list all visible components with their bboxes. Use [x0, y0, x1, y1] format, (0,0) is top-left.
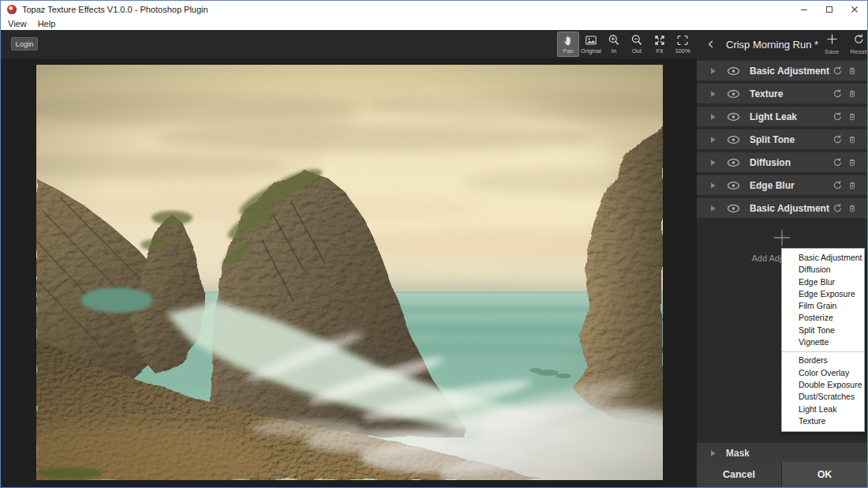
visibility-eye-icon[interactable] — [727, 135, 740, 145]
original-view-label: Original — [581, 47, 601, 54]
ok-button[interactable]: OK — [782, 462, 867, 487]
row-trash-icon[interactable] — [847, 203, 857, 213]
zoom-in-icon — [608, 34, 620, 47]
row-reset-icon[interactable] — [832, 88, 843, 99]
menu-item-double-exposure[interactable]: Double Exposure — [782, 379, 864, 391]
menu-view[interactable]: View — [2, 18, 32, 30]
row-trash-icon[interactable] — [847, 134, 857, 145]
effects-panel: Crisp Morning Run * Save Reset — [697, 30, 867, 487]
window-title: Topaz Texture Effects V1.0.0 - Photoshop… — [22, 5, 208, 14]
main-area: Login Pan Original — [1, 30, 867, 487]
expand-triangle-icon[interactable] — [709, 67, 716, 75]
save-button[interactable]: Save — [818, 33, 845, 55]
menu-item-basic-adjustment[interactable]: Basic Adjustment — [782, 252, 864, 264]
reset-button[interactable]: Reset — [845, 33, 868, 55]
menu-item-film-grain[interactable]: Film Grain — [782, 300, 864, 312]
row-reset-icon[interactable] — [832, 180, 843, 190]
mask-row[interactable]: Mask — [697, 443, 867, 463]
visibility-eye-icon[interactable] — [727, 89, 740, 99]
adjustment-row[interactable]: Edge Blur — [697, 175, 867, 195]
menu-item-split-tone[interactable]: Split Tone — [782, 325, 864, 336]
zoom-out-button[interactable]: Out — [626, 32, 648, 57]
preset-title: Crisp Morning Run * — [726, 39, 818, 51]
panel-header: Crisp Morning Run * Save Reset — [697, 30, 867, 58]
menu-item-diffusion[interactable]: Diffusion — [782, 264, 864, 276]
adjustment-row[interactable]: Light Leak — [697, 107, 867, 126]
row-reset-icon[interactable] — [832, 111, 843, 122]
menu-item-color-overlay[interactable]: Color Overlay — [782, 367, 864, 379]
pan-tool-label: Pan — [563, 47, 573, 54]
zoom-out-label: Out — [632, 47, 642, 54]
minimize-button[interactable] — [791, 1, 817, 18]
adjustment-row[interactable]: Diffusion — [697, 152, 867, 172]
pan-tool-button[interactable]: Pan — [557, 32, 579, 57]
zoom-out-icon — [630, 34, 643, 47]
row-trash-icon[interactable] — [847, 180, 857, 190]
row-trash-icon[interactable] — [847, 66, 857, 76]
row-trash-icon[interactable] — [847, 88, 857, 99]
row-trash-icon[interactable] — [847, 157, 857, 167]
menu-item-vignette[interactable]: Vignette — [782, 336, 864, 348]
menu-item-dust-scratches[interactable]: Dust/Scratches — [782, 391, 864, 403]
expand-triangle-icon[interactable] — [709, 113, 716, 121]
expand-triangle-icon[interactable] — [709, 182, 716, 190]
zoom-100-icon — [676, 34, 689, 47]
visibility-eye-icon[interactable] — [727, 112, 740, 122]
row-reset-icon[interactable] — [832, 66, 843, 76]
adjustment-row[interactable]: Texture — [697, 84, 867, 103]
visibility-eye-icon[interactable] — [727, 66, 740, 76]
menu-item-light-leak[interactable]: Light Leak — [782, 404, 864, 415]
visibility-eye-icon[interactable] — [727, 204, 740, 213]
expand-triangle-icon[interactable] — [709, 136, 716, 144]
preview-canvas — [1, 58, 698, 487]
zoom-100-button[interactable]: 100% — [672, 32, 694, 57]
row-reset-icon[interactable] — [832, 203, 843, 213]
pan-hand-icon — [563, 34, 574, 47]
adjustment-row[interactable]: Split Tone — [697, 130, 867, 149]
row-reset-icon[interactable] — [832, 134, 843, 145]
close-button[interactable] — [842, 1, 867, 18]
row-reset-icon[interactable] — [832, 157, 843, 167]
login-button[interactable]: Login — [11, 37, 38, 51]
adjustment-label: Texture — [750, 88, 832, 99]
original-image-icon — [585, 34, 597, 47]
save-plus-icon — [826, 33, 838, 48]
original-view-button[interactable]: Original — [580, 32, 602, 57]
dialog-actions: Cancel OK — [697, 462, 867, 487]
titlebar: Topaz Texture Effects V1.0.0 - Photoshop… — [1, 1, 867, 18]
menu-item-texture[interactable]: Texture — [782, 415, 864, 427]
adjustment-row[interactable]: Basic Adjustment — [697, 61, 867, 81]
add-adjustment-menu: Basic Adjustment Diffusion Edge Blur Edg… — [781, 248, 865, 432]
expand-triangle-icon[interactable] — [709, 90, 716, 98]
menu-item-edge-blur[interactable]: Edge Blur — [782, 276, 864, 288]
visibility-eye-icon[interactable] — [727, 181, 740, 190]
save-label: Save — [825, 48, 839, 55]
adjustment-label: Diffusion — [750, 157, 832, 168]
mask-label: Mask — [726, 448, 750, 459]
fit-view-label: Fit — [657, 47, 663, 54]
reset-icon — [853, 33, 865, 48]
menu-help[interactable]: Help — [32, 18, 62, 30]
adjustment-row[interactable]: Basic Adjustment — [697, 198, 867, 218]
expand-triangle-icon[interactable] — [709, 159, 716, 167]
menu-item-borders[interactable]: Borders — [782, 355, 864, 366]
visibility-eye-icon[interactable] — [727, 158, 740, 167]
zoom-in-label: In — [612, 47, 616, 54]
maximize-button[interactable] — [817, 1, 842, 18]
menubar: View Help — [1, 18, 867, 30]
reset-label: Reset — [851, 48, 867, 55]
adjustment-label: Basic Adjustment — [750, 203, 832, 214]
adjustment-list: Basic Adjustment Texture Light Leak — [697, 61, 867, 221]
menu-item-posterize[interactable]: Posterize — [782, 312, 864, 324]
expand-triangle-icon[interactable] — [709, 449, 716, 457]
menu-item-edge-exposure[interactable]: Edge Exposure — [782, 288, 864, 300]
expand-triangle-icon[interactable] — [709, 205, 716, 212]
zoom-100-label: 100% — [675, 47, 690, 54]
zoom-in-button[interactable]: In — [603, 32, 625, 57]
row-trash-icon[interactable] — [847, 111, 857, 122]
cancel-button[interactable]: Cancel — [697, 462, 781, 487]
view-tools: Pan Original In — [557, 32, 694, 57]
preview-image[interactable] — [36, 65, 663, 480]
back-button[interactable] — [706, 39, 716, 50]
fit-view-button[interactable]: Fit — [649, 32, 671, 57]
